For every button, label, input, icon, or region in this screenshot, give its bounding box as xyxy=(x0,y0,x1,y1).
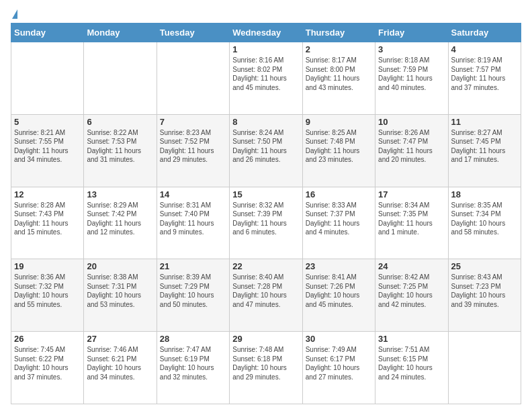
day-info: Sunrise: 8:34 AM Sunset: 7:35 PM Dayligh… xyxy=(378,201,445,237)
day-info: Sunrise: 8:36 AM Sunset: 7:32 PM Dayligh… xyxy=(14,273,81,309)
calendar-cell: 21Sunrise: 8:39 AM Sunset: 7:29 PM Dayli… xyxy=(157,259,229,332)
day-number: 24 xyxy=(378,261,445,271)
calendar-cell: 14Sunrise: 8:31 AM Sunset: 7:40 PM Dayli… xyxy=(157,187,229,259)
calendar-cell: 17Sunrise: 8:34 AM Sunset: 7:35 PM Dayli… xyxy=(375,187,448,259)
day-info: Sunrise: 8:43 AM Sunset: 7:23 PM Dayligh… xyxy=(451,273,518,309)
calendar-cell: 19Sunrise: 8:36 AM Sunset: 7:32 PM Dayli… xyxy=(11,259,84,332)
calendar-cell: 3Sunrise: 8:18 AM Sunset: 7:59 PM Daylig… xyxy=(375,42,448,115)
day-info: Sunrise: 8:26 AM Sunset: 7:47 PM Dayligh… xyxy=(378,128,445,165)
calendar-cell: 9Sunrise: 8:25 AM Sunset: 7:48 PM Daylig… xyxy=(302,114,375,187)
calendar-cell: 31Sunrise: 7:51 AM Sunset: 6:15 PM Dayli… xyxy=(375,332,448,404)
calendar-header-friday: Friday xyxy=(375,24,448,42)
day-number: 10 xyxy=(378,117,445,127)
day-info: Sunrise: 8:19 AM Sunset: 7:57 PM Dayligh… xyxy=(451,56,518,92)
calendar-cell: 8Sunrise: 8:24 AM Sunset: 7:50 PM Daylig… xyxy=(230,114,302,187)
day-number: 21 xyxy=(160,261,226,271)
day-info: Sunrise: 8:17 AM Sunset: 8:00 PM Dayligh… xyxy=(306,56,372,92)
day-number: 17 xyxy=(378,189,445,199)
calendar-header-saturday: Saturday xyxy=(448,24,521,42)
day-number: 29 xyxy=(232,334,299,344)
day-number: 16 xyxy=(306,189,372,199)
calendar-header-tuesday: Tuesday xyxy=(157,24,229,42)
calendar-cell: 27Sunrise: 7:46 AM Sunset: 6:21 PM Dayli… xyxy=(84,332,157,404)
calendar-cell xyxy=(11,42,84,115)
day-info: Sunrise: 8:33 AM Sunset: 7:37 PM Dayligh… xyxy=(306,201,372,237)
calendar-week-row: 12Sunrise: 8:28 AM Sunset: 7:43 PM Dayli… xyxy=(11,187,521,259)
calendar-week-row: 1Sunrise: 8:16 AM Sunset: 8:02 PM Daylig… xyxy=(11,42,521,115)
day-info: Sunrise: 8:29 AM Sunset: 7:42 PM Dayligh… xyxy=(87,201,153,237)
logo xyxy=(11,9,17,20)
day-info: Sunrise: 8:25 AM Sunset: 7:48 PM Dayligh… xyxy=(306,128,372,165)
day-number: 7 xyxy=(160,117,226,127)
calendar-cell: 22Sunrise: 8:40 AM Sunset: 7:28 PM Dayli… xyxy=(230,259,302,332)
calendar-cell: 24Sunrise: 8:42 AM Sunset: 7:25 PM Dayli… xyxy=(375,259,448,332)
day-info: Sunrise: 8:42 AM Sunset: 7:25 PM Dayligh… xyxy=(378,273,445,309)
day-info: Sunrise: 8:22 AM Sunset: 7:53 PM Dayligh… xyxy=(87,128,153,165)
day-number: 9 xyxy=(306,117,372,127)
day-info: Sunrise: 8:24 AM Sunset: 7:50 PM Dayligh… xyxy=(232,128,299,165)
calendar-cell: 7Sunrise: 8:23 AM Sunset: 7:52 PM Daylig… xyxy=(157,114,229,187)
day-number: 20 xyxy=(87,261,153,271)
calendar-week-row: 5Sunrise: 8:21 AM Sunset: 7:55 PM Daylig… xyxy=(11,114,521,187)
day-info: Sunrise: 7:48 AM Sunset: 6:18 PM Dayligh… xyxy=(232,345,299,381)
calendar-cell xyxy=(448,332,521,404)
day-number: 3 xyxy=(378,44,445,54)
day-number: 26 xyxy=(14,334,81,344)
day-info: Sunrise: 8:39 AM Sunset: 7:29 PM Dayligh… xyxy=(160,273,226,309)
day-info: Sunrise: 8:18 AM Sunset: 7:59 PM Dayligh… xyxy=(378,56,445,92)
day-info: Sunrise: 7:46 AM Sunset: 6:21 PM Dayligh… xyxy=(87,345,153,381)
calendar-cell: 13Sunrise: 8:29 AM Sunset: 7:42 PM Dayli… xyxy=(84,187,157,259)
day-info: Sunrise: 8:23 AM Sunset: 7:52 PM Dayligh… xyxy=(160,128,226,165)
day-info: Sunrise: 8:32 AM Sunset: 7:39 PM Dayligh… xyxy=(232,201,299,237)
day-info: Sunrise: 8:38 AM Sunset: 7:31 PM Dayligh… xyxy=(87,273,153,309)
calendar-header-thursday: Thursday xyxy=(302,24,375,42)
calendar-header-monday: Monday xyxy=(84,24,157,42)
calendar-header-wednesday: Wednesday xyxy=(230,24,302,42)
calendar-cell: 6Sunrise: 8:22 AM Sunset: 7:53 PM Daylig… xyxy=(84,114,157,187)
calendar-cell: 18Sunrise: 8:35 AM Sunset: 7:34 PM Dayli… xyxy=(448,187,521,259)
calendar-cell: 1Sunrise: 8:16 AM Sunset: 8:02 PM Daylig… xyxy=(230,42,302,115)
day-number: 27 xyxy=(87,334,153,344)
day-info: Sunrise: 8:21 AM Sunset: 7:55 PM Dayligh… xyxy=(14,128,81,165)
day-info: Sunrise: 8:40 AM Sunset: 7:28 PM Dayligh… xyxy=(232,273,299,309)
day-info: Sunrise: 8:35 AM Sunset: 7:34 PM Dayligh… xyxy=(451,201,518,237)
day-number: 28 xyxy=(160,334,226,344)
header xyxy=(11,8,521,20)
calendar-cell: 28Sunrise: 7:47 AM Sunset: 6:19 PM Dayli… xyxy=(157,332,229,404)
calendar-header-sunday: Sunday xyxy=(11,24,84,42)
page: SundayMondayTuesdayWednesdayThursdayFrid… xyxy=(0,0,532,411)
day-number: 8 xyxy=(232,117,299,127)
calendar-cell: 20Sunrise: 8:38 AM Sunset: 7:31 PM Dayli… xyxy=(84,259,157,332)
calendar-week-row: 26Sunrise: 7:45 AM Sunset: 6:22 PM Dayli… xyxy=(11,332,521,404)
day-info: Sunrise: 8:31 AM Sunset: 7:40 PM Dayligh… xyxy=(160,201,226,237)
day-info: Sunrise: 8:16 AM Sunset: 8:02 PM Dayligh… xyxy=(232,56,299,92)
calendar-cell: 30Sunrise: 7:49 AM Sunset: 6:17 PM Dayli… xyxy=(302,332,375,404)
calendar-header-row: SundayMondayTuesdayWednesdayThursdayFrid… xyxy=(11,24,521,42)
day-number: 14 xyxy=(160,189,226,199)
calendar-cell: 5Sunrise: 8:21 AM Sunset: 7:55 PM Daylig… xyxy=(11,114,84,187)
day-number: 2 xyxy=(306,44,372,54)
day-number: 19 xyxy=(14,261,81,271)
calendar-cell: 2Sunrise: 8:17 AM Sunset: 8:00 PM Daylig… xyxy=(302,42,375,115)
calendar-cell: 23Sunrise: 8:41 AM Sunset: 7:26 PM Dayli… xyxy=(302,259,375,332)
day-info: Sunrise: 8:27 AM Sunset: 7:45 PM Dayligh… xyxy=(451,128,518,165)
calendar-cell: 29Sunrise: 7:48 AM Sunset: 6:18 PM Dayli… xyxy=(230,332,302,404)
day-info: Sunrise: 7:47 AM Sunset: 6:19 PM Dayligh… xyxy=(160,345,226,381)
day-number: 30 xyxy=(306,334,372,344)
day-info: Sunrise: 8:41 AM Sunset: 7:26 PM Dayligh… xyxy=(306,273,372,309)
calendar-cell: 11Sunrise: 8:27 AM Sunset: 7:45 PM Dayli… xyxy=(448,114,521,187)
day-number: 18 xyxy=(451,189,518,199)
day-number: 13 xyxy=(87,189,153,199)
calendar-table: SundayMondayTuesdayWednesdayThursdayFrid… xyxy=(11,23,521,404)
day-info: Sunrise: 7:45 AM Sunset: 6:22 PM Dayligh… xyxy=(14,345,81,381)
calendar-cell xyxy=(84,42,157,115)
calendar-cell: 15Sunrise: 8:32 AM Sunset: 7:39 PM Dayli… xyxy=(230,187,302,259)
day-number: 11 xyxy=(451,117,518,127)
day-number: 22 xyxy=(232,261,299,271)
calendar-cell: 25Sunrise: 8:43 AM Sunset: 7:23 PM Dayli… xyxy=(448,259,521,332)
day-info: Sunrise: 7:49 AM Sunset: 6:17 PM Dayligh… xyxy=(306,345,372,381)
day-number: 6 xyxy=(87,117,153,127)
calendar-cell: 4Sunrise: 8:19 AM Sunset: 7:57 PM Daylig… xyxy=(448,42,521,115)
day-number: 12 xyxy=(14,189,81,199)
calendar-week-row: 19Sunrise: 8:36 AM Sunset: 7:32 PM Dayli… xyxy=(11,259,521,332)
